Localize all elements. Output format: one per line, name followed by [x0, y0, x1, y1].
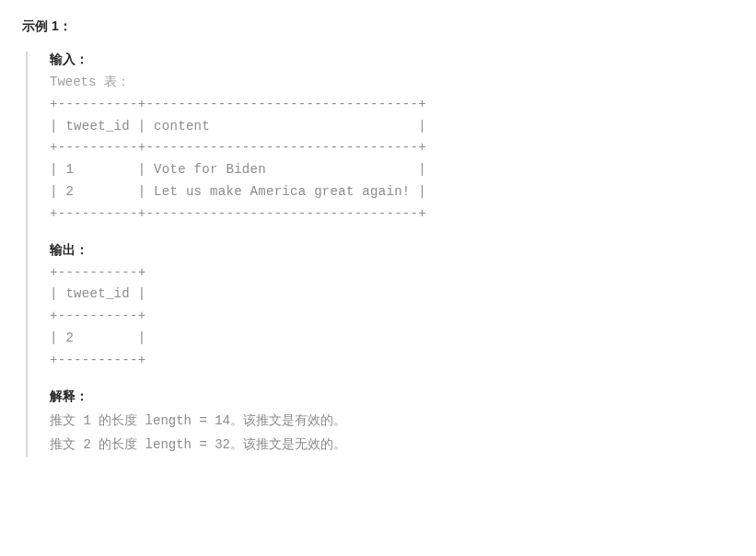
explanation-line-1: 推文 1 的长度 length = 14。该推文是有效的。 [50, 409, 734, 433]
output-table: +----------+ | tweet_id | +----------+ |… [50, 262, 734, 372]
explanation-heading: 解释： [50, 388, 734, 405]
input-subtext: Tweets 表： [50, 72, 734, 94]
explanation-line-2: 推文 2 的长度 length = 32。该推文是无效的。 [50, 433, 734, 457]
example-title: 示例 1： [22, 18, 734, 35]
input-table: +----------+----------------------------… [50, 94, 734, 226]
input-heading: 输入： [50, 52, 734, 68]
example-block: 输入： Tweets 表： +----------+--------------… [26, 52, 734, 457]
output-heading: 输出： [50, 242, 734, 259]
